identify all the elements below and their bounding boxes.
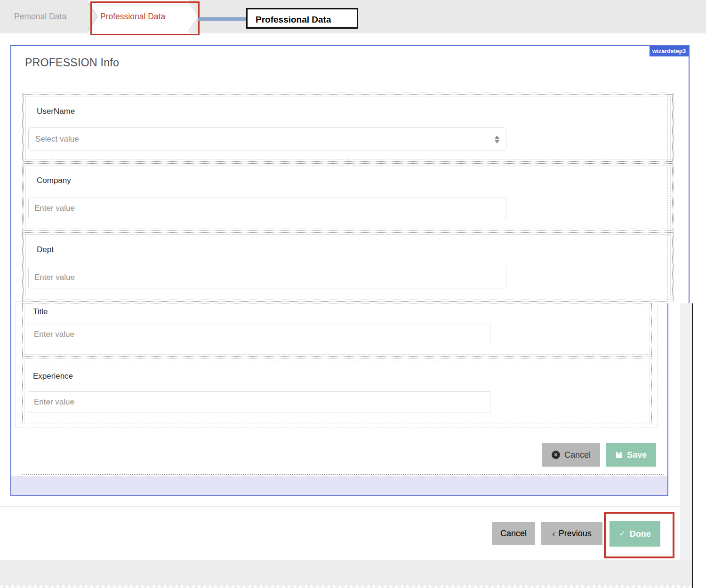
panel-footer-strip xyxy=(11,477,667,495)
dotted-separator xyxy=(22,474,664,475)
callout-label: Professional Data xyxy=(256,15,331,24)
panel-border-top xyxy=(10,45,690,46)
footer-cancel-label: Cancel xyxy=(500,529,527,539)
panel-border-left xyxy=(10,45,11,496)
done-annotation-box xyxy=(604,512,674,558)
field-label: UserName xyxy=(37,107,75,116)
previous-chevron-icon: ‹ xyxy=(552,529,555,538)
select-placeholder: Select value xyxy=(35,135,495,144)
save-button-label: Save xyxy=(627,450,647,460)
fields-section-top: UserName Select value Company Dept xyxy=(22,93,674,302)
field-row-dept[interactable]: Dept xyxy=(24,232,673,300)
panel-border-right-upper xyxy=(689,45,690,303)
bottom-gray-bar xyxy=(0,560,692,588)
callout-box: Professional Data xyxy=(246,8,358,29)
save-button[interactable]: Save xyxy=(606,443,656,467)
footer-cancel-button[interactable]: Cancel xyxy=(492,522,535,545)
cancel-circle-icon: ✕ xyxy=(552,451,560,459)
tab-personal-data[interactable]: Personal Data xyxy=(14,0,66,33)
field-row-title[interactable]: Title xyxy=(22,303,652,357)
fields-section-bottom: Title Experience xyxy=(16,302,658,428)
panel-border-right-lower xyxy=(667,303,668,496)
panel-border-bottom xyxy=(10,495,668,496)
dept-input[interactable] xyxy=(28,267,506,288)
column-guide-line xyxy=(667,95,668,300)
window-edge-line xyxy=(692,303,693,588)
wizardstep-badge: wizardstep3 xyxy=(650,46,689,56)
field-label: Company xyxy=(37,176,71,185)
company-input[interactable] xyxy=(28,198,506,219)
field-row-username[interactable]: UserName Select value xyxy=(24,94,673,162)
wizard-builder-screen: Personal Data Professional Data Professi… xyxy=(0,0,706,588)
footer-divider xyxy=(0,506,681,507)
cancel-button[interactable]: ✕ Cancel xyxy=(542,443,600,467)
footer-previous-label: Previous xyxy=(559,529,592,539)
column-guide-line xyxy=(647,304,647,424)
field-row-experience[interactable]: Experience xyxy=(22,358,652,425)
select-spinner-icon xyxy=(495,135,499,143)
callout-connector-line xyxy=(198,17,246,21)
save-icon xyxy=(616,452,623,459)
tab-annotation-box xyxy=(90,1,200,35)
field-label: Experience xyxy=(33,372,73,381)
field-label: Dept xyxy=(37,245,54,254)
page-title: PROFESSION Info xyxy=(25,56,119,69)
footer-previous-button[interactable]: ‹ Previous xyxy=(541,522,602,545)
right-edge-strip xyxy=(680,303,692,588)
field-label: Title xyxy=(33,307,48,317)
title-input[interactable] xyxy=(28,324,490,345)
cancel-button-label: Cancel xyxy=(564,450,591,460)
field-row-company[interactable]: Company xyxy=(24,163,673,231)
username-select[interactable]: Select value xyxy=(28,127,506,151)
experience-input[interactable] xyxy=(28,391,490,413)
